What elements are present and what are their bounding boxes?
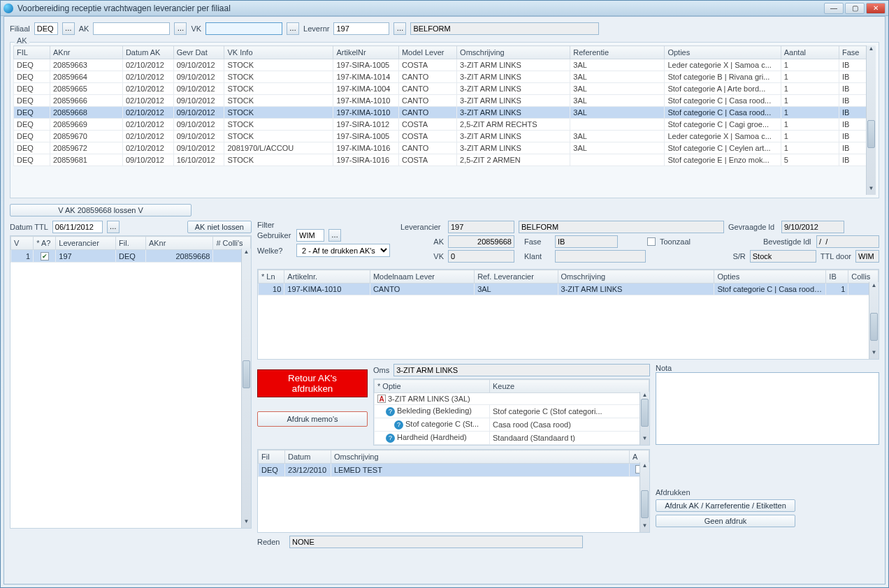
opt-col-optie: * Optie: [375, 380, 490, 393]
left-row[interactable]: 1 197 DEQ 20859668 1: [11, 250, 251, 263]
levernr-label: Levernr: [303, 24, 329, 33]
col-vk-info[interactable]: VK Info: [224, 46, 333, 59]
memos-table[interactable]: Fil Datum Omschrijving A DEQ 23/12/2010 …: [258, 450, 649, 477]
table-row[interactable]: DEQ2085968109/10/201216/10/2012STOCK197-…: [14, 154, 876, 166]
top-filters: Filiaal … AK … VK … Levernr …: [10, 22, 879, 35]
col-opties[interactable]: Opties: [665, 46, 781, 59]
print-memos-button[interactable]: Afdruk memo's: [257, 411, 368, 427]
left-scrollbar[interactable]: ▲▼: [241, 249, 251, 528]
table-row[interactable]: DEQ2085966802/10/201209/10/2012STOCK197-…: [14, 107, 876, 119]
ak-label: AK: [79, 24, 89, 33]
lines-row[interactable]: 10 197-KIMA-1010 CANTO 3AL 3-ZIT ARM LIN…: [259, 284, 879, 295]
vk-input[interactable]: [205, 22, 282, 35]
options-table[interactable]: * Optie Keuze A3-ZIT ARM LINKS (3AL) ?Be…: [374, 379, 649, 445]
col-datum-ak[interactable]: Datum AK: [122, 46, 173, 59]
detail-bevest: [816, 235, 879, 248]
detail-gevr: [781, 221, 844, 233]
memo-row[interactable]: DEQ 23/12/2010 LEMED TEST: [259, 464, 649, 477]
table-row[interactable]: DEQ2085966302/10/201209/10/2012STOCK197-…: [14, 59, 876, 71]
detail-lev-name: [519, 221, 724, 233]
col-omschrijving[interactable]: Omschrijving: [457, 46, 570, 59]
lines-scrollbar[interactable]: ▲▼: [869, 282, 879, 359]
datum-ttl-label: Datum TTL: [10, 223, 48, 231]
options-scrollbar[interactable]: ▲▼: [639, 392, 649, 445]
col-aknr[interactable]: AKnr: [50, 46, 122, 59]
vk-picker[interactable]: …: [287, 22, 299, 35]
col-gevr-dat[interactable]: Gevr Dat: [173, 46, 224, 59]
opt-row[interactable]: ?Stof categorie C (St... Casa rood (Casa…: [375, 418, 649, 432]
help-icon: ?: [386, 407, 395, 416]
help-icon: ?: [394, 420, 403, 429]
detail-bevest-label: Bevestigde ldl: [763, 237, 812, 246]
options-panel: * Optie Keuze A3-ZIT ARM LINKS (3AL) ?Be…: [373, 378, 650, 446]
gebruiker-input[interactable]: [296, 229, 324, 242]
detail-lev-nr: [448, 221, 514, 233]
table-row[interactable]: DEQ2085966602/10/201209/10/2012STOCK197-…: [14, 95, 876, 107]
gebruiker-picker[interactable]: …: [328, 229, 341, 242]
table-row[interactable]: DEQ2085966502/10/201209/10/2012STOCK197-…: [14, 83, 876, 95]
nota-textarea[interactable]: [656, 372, 879, 445]
detail-fase-label: Fase: [524, 237, 551, 246]
lossen-button[interactable]: V AK 20859668 lossen V: [10, 204, 191, 216]
ak-input[interactable]: [93, 22, 170, 35]
no-print-button[interactable]: Geen afdruk: [656, 515, 795, 527]
app-icon: [3, 3, 13, 13]
ak-table-scrollbar[interactable]: ▲ ▼: [866, 45, 876, 195]
opt-row[interactable]: ?Bekleding (Bekleding) Stof categorie C …: [375, 405, 649, 418]
detail-lev-label: Leverancier: [400, 223, 444, 231]
nota-label: Nota: [656, 364, 879, 372]
reden-label: Reden: [257, 538, 285, 546]
detail-klant: [555, 250, 646, 263]
left-subtable[interactable]: V* A?LeverancierFil.AKnr# Colli's 1 197 …: [10, 235, 252, 529]
gebruiker-label: Gebruiker: [257, 231, 292, 240]
table-row[interactable]: DEQ2085966402/10/201209/10/2012STOCK197-…: [14, 71, 876, 83]
close-button[interactable]: ✕: [866, 3, 886, 14]
datum-ttl-picker[interactable]: …: [107, 221, 120, 233]
oms-label: Oms: [373, 366, 389, 374]
filiaal-input[interactable]: [34, 22, 58, 35]
retour-print-button[interactable]: Retour AK's afdrukken: [257, 369, 368, 397]
detail-ak: [448, 235, 514, 248]
welke-select[interactable]: 2 - Af te drukken AK's: [296, 244, 390, 257]
ak-niet-lossen-button[interactable]: AK niet lossen: [187, 221, 252, 233]
detail-vk: [448, 250, 514, 263]
memos-scrollbar[interactable]: ▲▼: [639, 462, 649, 532]
detail-ak-label: AK: [400, 237, 444, 246]
col-model-lever[interactable]: Model Lever: [398, 46, 456, 59]
welke-label: Welke?: [257, 247, 292, 255]
print-ak-button[interactable]: Afdruk AK / Karreferentie / Etiketten: [656, 499, 795, 512]
col-aantal[interactable]: Aantal: [781, 46, 839, 59]
opt-col-keuze: Keuze: [490, 380, 649, 393]
filiaal-label: Filiaal: [10, 24, 30, 33]
minimize-button[interactable]: —: [824, 3, 844, 14]
levernr-picker[interactable]: …: [393, 22, 406, 35]
ak-table[interactable]: FILAKnrDatum AKGevr DatVK InfoArtikelNrM…: [13, 45, 876, 166]
help-icon: ?: [386, 434, 395, 443]
maximize-button[interactable]: ▢: [845, 3, 865, 14]
toonzaal-label: Toonzaal: [660, 237, 691, 246]
levernr-input[interactable]: [333, 22, 389, 35]
datum-ttl-input[interactable]: [52, 221, 103, 233]
col-artikelnr[interactable]: ArtikelNr: [333, 46, 399, 59]
article-icon: A: [377, 395, 386, 403]
table-row[interactable]: DEQ2085967202/10/201209/10/20122081970/L…: [14, 142, 876, 154]
filter-label: Filter: [257, 221, 393, 229]
table-row[interactable]: DEQ2085967002/10/201209/10/2012STOCK197-…: [14, 131, 876, 142]
memos-panel: Fil Datum Omschrijving A DEQ 23/12/2010 …: [257, 449, 650, 533]
opt-root-row[interactable]: A3-ZIT ARM LINKS (3AL): [375, 393, 649, 405]
detail-ttldoor: [855, 250, 879, 263]
col-referentie[interactable]: Referentie: [570, 46, 665, 59]
detail-klant-label: Klant: [524, 252, 551, 260]
ak-grid-group: AK FILAKnrDatum AKGevr DatVK InfoArtikel…: [10, 42, 879, 198]
table-row[interactable]: DEQ2085966902/10/201209/10/2012STOCK197-…: [14, 119, 876, 131]
filiaal-picker[interactable]: …: [62, 22, 75, 35]
titlebar: Voorbereiding receptie vrachtwagen lever…: [1, 1, 888, 16]
toonzaal-checkbox[interactable]: [647, 237, 656, 246]
grid-label: AK: [15, 36, 29, 45]
afdrukken-label: Afdrukken: [656, 488, 865, 497]
row-checkbox[interactable]: [41, 252, 49, 260]
lines-table[interactable]: * LnArtikelnr.Modelnaam LeverRef. Levera…: [258, 270, 879, 295]
ak-picker[interactable]: …: [174, 22, 187, 35]
opt-row[interactable]: ?Hardheid (Hardheid) Standaard (Standaar…: [375, 432, 649, 445]
col-fil[interactable]: FIL: [14, 46, 50, 59]
